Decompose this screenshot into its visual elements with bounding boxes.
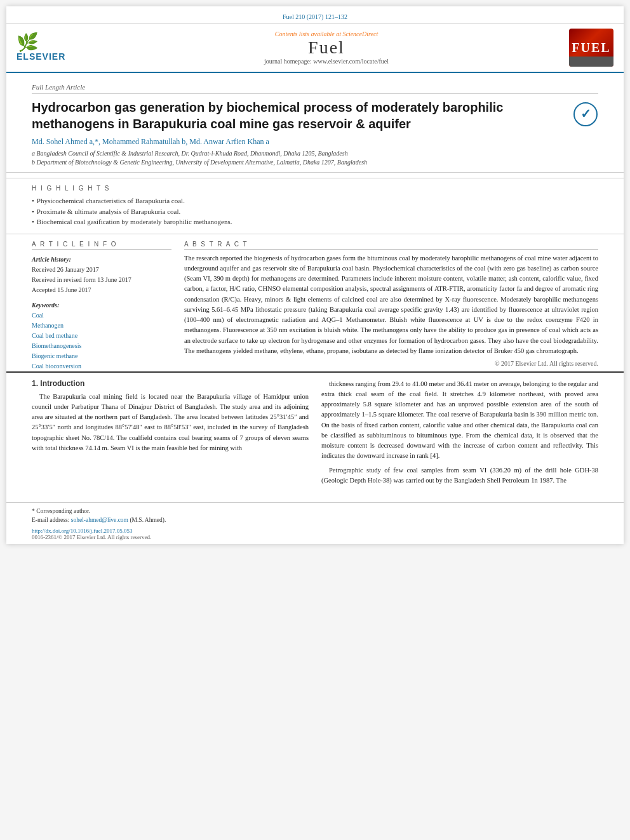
page-footer: * Corresponding author. E-mail address: … [6,502,624,544]
revised-date: Received in revised form 13 June 2017 [32,275,171,285]
received-date: Received 26 January 2017 [32,265,171,275]
affiliation-b: b Department of Biotechnology & Genetic … [32,158,598,167]
keyword-4: Biomethanogenesis [32,341,171,351]
elsevier-logo: 🌿 ELSEVIER [17,32,74,63]
highlights-section: H I G H L I G H T S Physicochemical char… [6,178,624,234]
sciencedirect-text[interactable]: ScienceDirect [342,30,378,37]
homepage-label: journal homepage: www.elsevier.com/locat… [264,58,389,65]
email-suffix: (M.S. Ahmed). [130,517,166,523]
body-col-right: thickness ranging from 29.4 to 41.00 met… [321,379,598,490]
body-section: 1. Introduction The Barapukuria coal min… [6,371,624,497]
intro-heading: 1. Introduction [32,379,309,388]
article-type: Full Length Article [32,83,598,94]
page: Fuel 210 (2017) 121–132 🌿 ELSEVIER Conte… [6,6,624,544]
keyword-5: Biogenic methane [32,351,171,361]
corresponding-note: * Corresponding author. [32,507,598,516]
abstract-paragraph: The research reported the biogenesis of … [184,253,598,357]
doi-link[interactable]: http://dx.doi.org/10.1016/j.fuel.2017.05… [32,528,598,534]
article-title: Hydrocarbon gas generation by biochemica… [32,99,560,132]
doi-text: http://dx.doi.org/10.1016/j.fuel.2017.05… [32,528,133,534]
authors-text: Md. Sohel Ahmed a,*, Mohammed Rahmatulla… [32,137,269,146]
journal-banner: 🌿 ELSEVIER Contents lists available at S… [6,23,624,73]
keywords-group: Keywords: Coal Methanogen Coal bed metha… [32,300,171,371]
intro-text-left: The Barapukuria coal mining field is loc… [32,392,309,454]
intro-para-2: thickness ranging from 29.4 to 41.00 met… [321,379,598,462]
abstract-text: The research reported the biogenesis of … [184,253,598,369]
journal-ref: Fuel 210 (2017) 121–132 [283,13,347,20]
issn-text: 0016-2361/© 2017 Elsevier Ltd. All right… [32,534,598,540]
keywords-label: Keywords: [32,300,171,310]
intro-text-right: thickness ranging from 29.4 to 41.00 met… [321,379,598,486]
journal-title-banner: Fuel [84,37,569,58]
highlight-text-1: Physicochemical characteristics of Barap… [37,196,185,206]
top-header: Fuel 210 (2017) 121–132 [6,6,624,23]
email-address[interactable]: sohel-ahmed@live.com [71,517,128,523]
fuel-logo-box: FUEL [569,29,613,67]
elsevier-tree-icon: 🌿 [17,34,39,51]
authors: Md. Sohel Ahmed a,*, Mohammed Rahmatulla… [32,137,598,147]
abstract-label: A B S T R A C T [184,241,598,250]
keyword-1: Coal [32,310,171,321]
corresponding-label: * Corresponding author. [32,508,90,514]
highlight-item-1: Physicochemical characteristics of Barap… [32,196,598,206]
fuel-logo-text: FUEL [572,41,610,55]
email-label: E-mail address: [32,517,69,523]
body-col-left: 1. Introduction The Barapukuria coal min… [32,379,309,490]
elsevier-text: ELSEVIER [17,51,65,62]
accepted-date: Accepted 15 June 2017 [32,285,171,295]
highlight-item-2: Proximate & ultimate analysis of Barapuk… [32,206,598,217]
article-info-label: A R T I C L E I N F O [32,241,171,250]
affiliations: a Bangladesh Council of Scientific & Ind… [32,149,598,167]
body-two-col: 1. Introduction The Barapukuria coal min… [32,379,598,490]
contents-label: Contents lists available at [275,30,341,37]
affiliation-a: a Bangladesh Council of Scientific & Ind… [32,149,598,158]
highlight-text-2: Proximate & ultimate analysis of Barapuk… [37,206,180,217]
keyword-3: Coal bed methane [32,331,171,341]
two-col-section: A R T I C L E I N F O Article history: R… [6,241,624,371]
highlight-text-3: Biochemical coal gasification by moderat… [37,217,232,227]
journal-homepage: journal homepage: www.elsevier.com/locat… [84,58,569,65]
highlights-label: H I G H L I G H T S [32,185,598,192]
keyword-2: Methanogen [32,321,171,331]
abstract-col: A B S T R A C T The research reported th… [184,241,598,371]
svg-text:✓: ✓ [580,107,591,121]
highlight-item-3: Biochemical coal gasification by moderat… [32,217,598,227]
article-info-col: A R T I C L E I N F O Article history: R… [32,241,171,371]
article-header: Full Length Article Hydrocarbon gas gene… [6,73,624,173]
banner-center: Contents lists available at ScienceDirec… [84,30,569,65]
copyright: © 2017 Elsevier Ltd. All rights reserved… [184,359,598,369]
history-group: Article history: Received 26 January 201… [32,255,171,295]
sciencedirect-link: Contents lists available at ScienceDirec… [84,30,569,37]
crossmark-icon: ✓ [573,102,598,127]
email-note: E-mail address: sohel-ahmed@live.com (M.… [32,516,598,524]
intro-para-1: The Barapukuria coal mining field is loc… [32,392,309,454]
article-title-row: Hydrocarbon gas generation by biochemica… [32,99,598,132]
intro-para-3: Petrographic study of few coal samples f… [321,465,598,486]
keyword-6: Coal bioconversion [32,361,171,371]
history-label: Article history: [32,255,171,265]
